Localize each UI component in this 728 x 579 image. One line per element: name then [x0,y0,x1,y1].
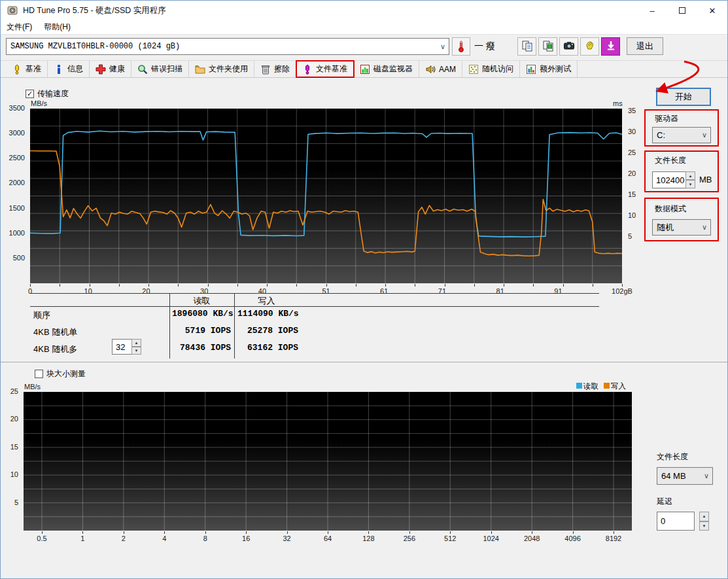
toolbar-button-group [517,37,620,56]
row-label-sequential: 顺序 [33,309,50,321]
x-tick-mark [532,531,532,534]
chevron-down-icon: ∨ [437,43,449,51]
transfer-speed-checkbox[interactable]: ✓ 传输速度 [26,88,69,99]
exclamation-yellow-icon [12,64,22,75]
tab-extra-tests[interactable]: 额外测试 [520,61,578,77]
file-length-field[interactable] [652,171,686,188]
x-tick-label: 0 [28,287,32,295]
camera-icon [563,40,575,54]
queue-depth-field[interactable] [112,339,132,355]
tab-benchmark[interactable]: 基准 [6,61,48,77]
4kb-single-write-value: 25278 IOPS [237,326,298,336]
chevron-down-icon: ∨ [699,131,710,139]
x-tick-mark [328,531,328,534]
spin-up-icon[interactable]: ▲ [685,171,695,180]
y-tick-label: 5 [14,499,18,506]
copy-text-button[interactable] [517,37,536,56]
save-icon [584,40,596,54]
download-arrow-icon [605,40,617,54]
y-tick-label-right: 20 [628,169,636,177]
y-tick-label: 3000 [9,129,25,137]
close-button[interactable]: ✕ [697,1,727,20]
y-tick-label: 15 [10,443,18,451]
tab-file-benchmark[interactable]: 文件基准 [296,61,354,77]
legend-read: 读取 [576,381,598,391]
delay-input[interactable] [661,516,694,526]
minimize-button[interactable]: – [637,1,667,20]
y-tick-label: 20 [10,415,18,423]
file-length2-select[interactable]: 64 MB ∨ [657,467,713,485]
maximize-button[interactable] [667,1,697,20]
spin-up-icon[interactable]: ▲ [131,339,141,347]
chart2-ylabel-left: MB/s [24,383,41,391]
spin-down-icon[interactable]: ▼ [699,521,709,531]
delay-spinner[interactable]: ▲ ▼ [699,512,709,531]
x-tick-label: 102gB [612,287,633,295]
drive-select[interactable]: SAMSUNG MZVLB1T0HBLR-00000 (1024 gB) ∨ [6,38,449,55]
chevron-down-icon: ∨ [699,223,710,232]
spin-down-icon[interactable]: ▼ [685,180,695,188]
x-tick-mark [205,531,206,534]
block-size-chart [24,392,632,531]
x-tick-label: 2 [122,535,126,542]
data-mode-select[interactable]: 随机 ∨ [652,219,711,236]
tab-erase[interactable]: 擦除 [254,61,296,77]
trash-icon [260,64,271,75]
x-tick-mark [622,284,623,287]
spin-up-icon[interactable]: ▲ [699,512,709,521]
x-tick-label: 2048 [524,535,540,542]
x-tick-mark [237,284,238,287]
thermometer-icon [455,40,467,53]
delay-field[interactable] [657,512,695,531]
chart1-ylabel-left: MB/s [31,99,47,107]
x-tick-label: 8 [203,535,207,542]
screenshot-button[interactable] [559,37,578,56]
tab-random-access[interactable]: 随机访问 [462,61,520,77]
file-length-spinner[interactable]: ▲ ▼ [685,171,695,188]
save-button[interactable] [580,37,599,56]
checkbox-unchecked-icon [35,370,43,378]
folder-icon [195,64,205,75]
start-button[interactable]: 开始 [656,88,711,106]
copy-image-button[interactable] [538,37,557,56]
row-label-4kb-single: 4KB 随机单 [33,326,77,338]
block-size-checkbox[interactable]: 块大小测量 [35,368,86,379]
menu-help[interactable]: 帮助(H) [38,20,77,35]
x-tick-label: 32 [283,535,290,542]
col-header-read: 读取 [169,295,234,307]
chart1-x-axis: 0102030405161718191102gB [30,284,622,296]
drive-letter-select[interactable]: C: ∨ [652,127,711,143]
queue-depth-input[interactable] [116,342,131,352]
tab-folder-usage[interactable]: 文件夹使用 [189,61,254,77]
info-icon [54,64,64,75]
capture-button[interactable] [601,37,620,56]
exit-button[interactable]: 退出 [627,37,663,55]
menu-file[interactable]: 文件(F) [1,20,38,35]
file-length-input[interactable] [656,175,685,185]
title-bar: HD Tune Pro 5.75 - 硬盘/SSD 实用程序 – ✕ [1,1,727,20]
tab-label: 磁盘监视器 [373,63,413,75]
y-tick-label: 500 [13,254,25,262]
tab-disk-monitor[interactable]: 磁盘监视器 [354,61,419,77]
sequential-write-value: 1114090 KB/s [237,309,298,319]
tab-info[interactable]: 信息 [48,61,90,77]
file-length2-label: 文件长度 [657,451,688,463]
temperature-button[interactable] [452,37,470,56]
x-tick-mark [368,531,369,534]
transfer-speed-label: 传输速度 [37,88,69,99]
chart2-x-axis: 0.512481632641282565121024204840968192 [24,531,632,543]
x-tick-mark [385,284,386,287]
x-tick-mark [614,531,614,534]
queue-depth-spinner[interactable]: ▲ ▼ [131,339,141,355]
spin-down-icon[interactable]: ▼ [131,347,141,355]
x-tick-label: 40 [258,287,266,295]
window-title: HD Tune Pro 5.75 - 硬盘/SSD 实用程序 [23,5,166,16]
tab-aam[interactable]: AAM [419,61,462,77]
x-tick-mark [445,284,445,287]
drive-letter-value: C: [653,130,699,140]
tab-health[interactable]: 健康 [90,61,131,77]
tab-error-scan[interactable]: 错误扫描 [131,61,189,77]
x-tick-mark [474,284,475,287]
delay-label: 延迟 [657,496,672,507]
extra-tests-icon [526,64,536,75]
